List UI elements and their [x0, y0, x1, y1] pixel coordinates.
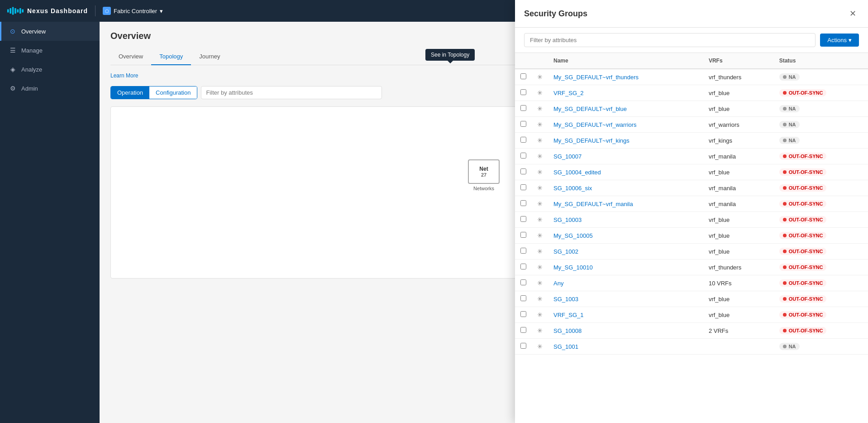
row-checkbox[interactable]	[520, 200, 526, 206]
table-row: ✳ SG_10004_edited vrf_blue OUT-OF-SYNC	[515, 164, 868, 180]
tab-journey[interactable]: Journey	[191, 48, 228, 65]
row-checkbox[interactable]	[520, 248, 526, 254]
row-checkbox[interactable]	[520, 153, 526, 159]
tab-overview[interactable]: Overview	[110, 48, 151, 65]
row-icon-cell: ✳	[532, 164, 548, 180]
svg-rect-1	[10, 8, 11, 14]
status-badge: NA	[779, 121, 800, 128]
status-dot	[783, 186, 787, 190]
row-icon-cell: ✳	[532, 307, 548, 323]
row-status-cell: NA	[774, 101, 868, 117]
security-group-link[interactable]: My_SG_10005	[553, 232, 593, 239]
row-checkbox[interactable]	[520, 137, 526, 143]
security-group-link[interactable]: My_SG_DEFAULT~vrf_kings	[553, 137, 630, 144]
security-group-link[interactable]: My_SG_10010	[553, 264, 593, 271]
col-status: Status	[774, 53, 868, 69]
panel-close-button[interactable]: ✕	[846, 7, 859, 20]
row-icon-cell: ✳	[532, 196, 548, 212]
network-node[interactable]: Net 27 Networks	[468, 159, 500, 191]
col-vrfs: VRFs	[703, 53, 774, 69]
row-status-cell: OUT-OF-SYNC	[774, 212, 868, 228]
security-group-link[interactable]: Any	[553, 280, 563, 287]
row-icon-cell: ✳	[532, 291, 548, 307]
security-group-link[interactable]: My_SG_DEFAULT~vrf_manila	[553, 201, 633, 207]
security-group-link[interactable]: SG_10003	[553, 216, 582, 223]
security-group-link[interactable]: VRF_SG_1	[553, 312, 583, 318]
row-status-cell: OUT-OF-SYNC	[774, 244, 868, 260]
row-status-cell: OUT-OF-SYNC	[774, 228, 868, 244]
filter-attributes-input[interactable]	[201, 86, 382, 99]
panel-filter-input[interactable]	[524, 33, 816, 47]
table-header-row: Name VRFs Status	[515, 53, 868, 69]
row-checkbox[interactable]	[520, 73, 526, 79]
row-vrfs-cell: vrf_blue	[703, 244, 774, 260]
row-checkbox-cell	[515, 307, 532, 323]
sidebar-item-label-admin: Admin	[21, 85, 38, 92]
sidebar-item-analyze[interactable]: ◈ Analyze	[0, 60, 100, 79]
security-group-link[interactable]: SG_10007	[553, 153, 582, 160]
tab-topology[interactable]: Topology	[151, 48, 191, 65]
sidebar-item-overview[interactable]: ⊙ Overview	[0, 22, 100, 41]
row-name-cell: SG_1001	[548, 339, 703, 355]
security-group-link[interactable]: My_SG_DEFAULT~vrf_thunders	[553, 74, 639, 81]
security-group-icon: ✳	[537, 232, 543, 239]
row-name-cell: My_SG_DEFAULT~vrf_blue	[548, 101, 703, 117]
row-vrfs-cell: vrf_manila	[703, 196, 774, 212]
row-checkbox[interactable]	[520, 232, 526, 238]
row-vrfs-cell: vrf_blue	[703, 228, 774, 244]
security-group-icon: ✳	[537, 200, 543, 207]
security-groups-table: Name VRFs Status ✳ My_SG_DEFAULT~vrf_thu…	[515, 53, 868, 423]
operation-button[interactable]: Operation	[111, 87, 149, 99]
sidebar-item-admin[interactable]: ⚙ Admin	[0, 79, 100, 98]
security-group-link[interactable]: SG_10004_edited	[553, 169, 601, 176]
row-checkbox[interactable]	[520, 216, 526, 222]
row-checkbox[interactable]	[520, 168, 526, 174]
nav-app-label: Fabric Controller	[114, 8, 157, 14]
row-checkbox[interactable]	[520, 89, 526, 95]
manage-icon: ☰	[9, 46, 17, 54]
svg-rect-0	[7, 9, 9, 12]
row-checkbox[interactable]	[520, 121, 526, 127]
security-group-link[interactable]: SG_1002	[553, 248, 578, 255]
row-checkbox[interactable]	[520, 295, 526, 301]
security-group-link[interactable]: My_SG_DEFAULT~vrf_blue	[553, 106, 627, 112]
row-status-cell: OUT-OF-SYNC	[774, 260, 868, 275]
table-row: ✳ My_SG_DEFAULT~vrf_manila vrf_manila OU…	[515, 196, 868, 212]
security-group-link[interactable]: SG_1003	[553, 296, 578, 303]
security-group-link[interactable]: SG_1001	[553, 343, 578, 350]
row-icon-cell: ✳	[532, 69, 548, 85]
table-row: ✳ SG_1002 vrf_blue OUT-OF-SYNC	[515, 244, 868, 260]
svg-rect-5	[19, 8, 21, 14]
row-icon-cell: ✳	[532, 133, 548, 149]
security-group-icon: ✳	[537, 184, 543, 192]
sidebar-item-manage[interactable]: ☰ Manage	[0, 41, 100, 60]
actions-button[interactable]: Actions ▾	[820, 34, 859, 47]
status-badge: OUT-OF-SYNC	[779, 248, 827, 255]
row-checkbox[interactable]	[520, 105, 526, 111]
sidebar-item-label-manage: Manage	[21, 47, 43, 54]
row-checkbox[interactable]	[520, 264, 526, 269]
row-checkbox-cell	[515, 69, 532, 85]
row-vrfs-cell: 2 VRFs	[703, 323, 774, 339]
security-group-link[interactable]: My_SG_DEFAULT~vrf_warriors	[553, 121, 637, 128]
status-dot	[783, 250, 787, 253]
security-group-icon: ✳	[537, 168, 543, 176]
table-row: ✳ My_SG_10010 vrf_thunders OUT-OF-SYNC	[515, 260, 868, 275]
row-checkbox[interactable]	[520, 343, 526, 349]
security-group-link[interactable]: VRF_SG_2	[553, 90, 583, 96]
status-badge: OUT-OF-SYNC	[779, 279, 827, 287]
svg-rect-6	[22, 9, 24, 12]
row-checkbox[interactable]	[520, 311, 526, 317]
security-group-link[interactable]: SG_10008	[553, 327, 582, 334]
table-row: ✳ My_SG_10005 vrf_blue OUT-OF-SYNC	[515, 228, 868, 244]
row-checkbox[interactable]	[520, 279, 526, 285]
nav-app[interactable]: ⬡ Fabric Controller ▾	[103, 7, 163, 15]
row-checkbox-cell	[515, 196, 532, 212]
status-dot	[783, 139, 787, 142]
security-group-link[interactable]: SG_10006_six	[553, 185, 592, 192]
configuration-button[interactable]: Configuration	[149, 87, 197, 99]
row-checkbox[interactable]	[520, 184, 526, 190]
security-group-icon: ✳	[537, 121, 543, 128]
row-name-cell: SG_1002	[548, 244, 703, 260]
row-checkbox[interactable]	[520, 327, 526, 333]
